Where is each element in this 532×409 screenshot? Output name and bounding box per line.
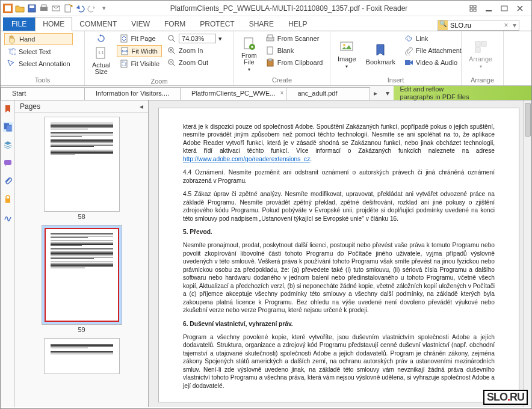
doc-tab-start[interactable]: Start [1,87,85,100]
reader-extensions-link[interactable]: http://www.adobe.com/go/readerextensions… [183,156,310,162]
undo-icon[interactable] [75,4,85,13]
bookmark-button[interactable]: Bookmark [362,33,400,75]
qat-dropdown-icon[interactable]: ▾ [99,4,109,13]
minimize-icon[interactable] [484,4,493,13]
save-icon[interactable] [27,4,37,13]
svg-rect-3 [29,5,34,8]
zoom-out-button[interactable]: Zoom Out [164,57,224,68]
svg-line-23 [173,40,175,42]
svg-rect-38 [475,42,480,46]
thumb-label: 59 [19,326,144,333]
ribbon-min-icon[interactable] [469,4,477,13]
group-label-arrange: Arrange [465,75,500,84]
fit-visible-button[interactable]: Fit Visible [117,58,162,69]
layers-panel-icon[interactable] [3,140,13,150]
rotate-icon [96,34,106,43]
page-thumbnail[interactable] [44,117,120,212]
tab-close-icon[interactable]: × [280,90,284,96]
tab-form[interactable]: FORM [157,17,193,31]
doc-tab-anc[interactable]: anc_adult.pdf [286,87,370,100]
bookmarks-panel-icon[interactable] [3,104,13,114]
thumb-label: 58 [19,213,144,220]
from-file-icon [242,37,256,51]
reflow-banner[interactable]: Edit and reflow paragraphs in PDF files [394,86,531,100]
tab-comment[interactable]: COMMENT [72,17,124,31]
tab-protect[interactable]: PROTECT [193,17,241,31]
search-clear-icon[interactable]: × [502,21,510,29]
hand-tool-button[interactable]: Hand [4,33,73,45]
tab-share[interactable]: SHARE [242,17,281,31]
close-icon[interactable] [516,4,524,13]
svg-rect-31 [268,35,273,38]
svg-point-36 [343,44,345,46]
comments-panel-icon[interactable] [3,158,13,168]
signatures-panel-icon[interactable] [3,212,13,222]
search-box[interactable]: 🔍 × ▾ [438,20,519,31]
open-icon[interactable] [15,4,25,13]
tab-nav-right[interactable]: ▸ [370,86,382,100]
vertical-scrollbar[interactable] [523,100,531,407]
page-thumbnail[interactable] [44,338,120,374]
maximize-icon[interactable] [500,4,509,13]
zoom-value[interactable]: 74.03% ▾ [164,33,224,44]
tab-view[interactable]: VIEW [124,17,157,31]
blank-icon [265,46,275,55]
image-button[interactable]: Image▾ [334,33,360,75]
select-annotation-icon [7,59,16,69]
attachments-panel-icon[interactable] [3,176,13,186]
doc-tab-platform[interactable]: PlatformClients_PC_WWE...× [180,87,286,100]
security-panel-icon[interactable] [3,194,13,204]
email-icon[interactable] [51,4,61,13]
fit-width-button[interactable]: Fit Width [117,45,162,57]
new-icon[interactable] [63,4,73,13]
select-text-button[interactable]: TSelect Text [4,46,73,57]
actual-size-icon: 1:1 [94,46,108,61]
from-clipboard-button[interactable]: From Clipboard [263,57,326,68]
print-icon[interactable] [39,4,49,13]
search-dropdown-icon[interactable]: ▾ [510,21,519,29]
window-title: PlatformClients_PC_WWEULA-MULTI-20110809… [109,4,469,13]
svg-point-22 [169,35,173,40]
svg-line-25 [173,52,175,54]
doc-tab-info[interactable]: Information for Visitors.... [84,87,181,100]
video-audio-button[interactable]: Video & Audio [401,57,464,68]
tab-home[interactable]: HOME [35,17,72,31]
blank-button[interactable]: Blank [263,45,326,56]
page-thumbnail-selected[interactable] [42,225,122,325]
from-file-button[interactable]: From File▾ [238,33,261,75]
from-scanner-button[interactable]: From Scanner [263,33,326,44]
link-button[interactable]: Link [401,33,464,44]
scrollbar-thumb[interactable] [525,103,531,137]
group-label-tools: Tools [4,75,81,84]
tab-nav-menu[interactable]: ▾ [382,86,394,100]
clipboard-icon [265,58,275,67]
collapse-panel-icon[interactable]: ◂ [140,102,143,111]
scanner-icon [265,34,275,43]
search-input[interactable] [448,22,502,29]
link-icon [404,34,413,43]
svg-rect-34 [268,59,272,61]
fit-page-button[interactable]: Fit Page [117,33,162,44]
zoom-out-icon [167,58,176,67]
pages-panel-icon[interactable] [3,122,13,132]
svg-rect-13 [501,6,507,11]
select-annotation-button[interactable]: Select Annotation [4,58,73,69]
svg-rect-42 [7,125,11,131]
document-page[interactable]: která je k dispozici pouze od společnost… [158,108,519,402]
watermark: SLO.RU [483,390,528,405]
arrange-button[interactable]: Arrange▾ [465,33,496,75]
app-icon [3,4,13,13]
svg-rect-1 [5,5,11,11]
group-label-insert: Insert [334,75,457,84]
zoom-in-button[interactable]: Zoom In [164,45,224,56]
file-tab[interactable]: FILE [3,17,35,31]
actual-size-button[interactable]: 1:1Actual Size [88,45,114,76]
group-label-zoom: Zoom [88,76,230,85]
file-attachment-button[interactable]: File Attachment [401,45,464,56]
svg-rect-32 [267,47,273,54]
redo-icon[interactable] [87,4,97,13]
rotate-button[interactable] [94,33,108,44]
svg-text:1:1: 1:1 [98,51,104,55]
tab-help[interactable]: HELP [281,17,314,31]
zoom-in-icon [167,46,176,55]
